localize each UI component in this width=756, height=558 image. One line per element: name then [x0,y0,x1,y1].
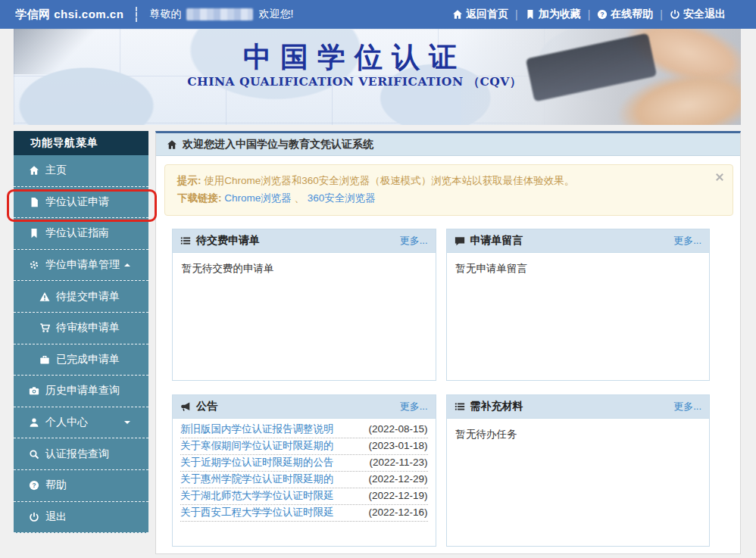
sidebar-item-verification-guide[interactable]: 学位认证指南 [14,218,148,250]
site-banner: 中国学位认证 CHINA QUALIFICATION VERIFICATION … [14,29,741,125]
announcement-row: 关于寒假期间学位认证时限延期的 (2023-01-18) [180,438,428,455]
close-icon[interactable] [714,172,725,182]
panel-pending-payment: 待交费申请单 更多... 暂无待交费的申请单 [172,229,436,381]
link-separator: 、 [295,192,305,204]
home-icon [29,165,39,176]
topbar: 学信网 chsi.com.cn 尊敬的 欢迎您! 返回首页 | 加为收藏 | ?… [0,0,756,29]
svg-text:?: ? [601,11,604,18]
panel-body: 暂无申请单留言 [447,253,710,380]
dashboard-panels: 待交费申请单 更多... 暂无待交费的申请单 申请单留言 更多... 暂无申请单… [172,229,710,547]
topbar-separator: | [660,8,663,20]
empty-message: 暂无待办任务 [456,429,517,440]
topbar-link-favorite[interactable]: 加为收藏 [525,8,581,21]
user-icon [29,417,39,428]
sidebar-item-label: 学位认证申请 [45,195,109,209]
briefcase-icon [39,354,50,365]
topbar-link-label: 在线帮助 [611,8,653,21]
welcome-bar: 欢迎您进入中国学位与教育文凭认证系统 [156,133,740,156]
chrome-download-link[interactable]: Chrome浏览器 [224,192,292,204]
sidebar-item-label: 个人中心 [45,416,88,429]
main-body: 提示: 使用Chrome浏览器和360安全浏览器（极速模式）浏览本站以获取最佳体… [156,156,740,547]
sidebar-item-application-management[interactable]: 学位申请单管理 [14,250,148,282]
topbar-separator: | [515,8,518,20]
announcement-row: 关于近期学位认证时限延期的公告 (2022-11-23) [180,455,428,472]
announcement-link[interactable]: 关于湖北师范大学学位认证时限延 [180,490,334,502]
banner-title: 中国学位认证 [14,39,695,74]
bookmark-icon [29,228,39,238]
search-icon [29,449,39,460]
topbar-link-help[interactable]: ? 在线帮助 [597,8,653,21]
more-link[interactable]: 更多... [673,234,701,248]
more-link[interactable]: 更多... [673,400,701,413]
announcement-row: 新旧版国内学位认证报告调整说明 (2022-08-15) [180,422,428,438]
announcement-row: 关于湖北师范大学学位认证时限延 (2022-12-19) [180,488,428,505]
sidebar-item-personal-center[interactable]: 个人中心 [14,407,148,439]
topbar-divider [136,7,137,22]
topbar-links: 返回首页 | 加为收藏 | ? 在线帮助 | 安全退出 [452,8,726,21]
notice-text: 使用Chrome浏览器和360安全浏览器（极速模式）浏览本站以获取最佳体验效果。 [204,175,574,186]
empty-message: 暂无待交费的申请单 [182,263,274,274]
notice-line2: 下载链接: Chrome浏览器 、 360安全浏览器 [177,190,707,207]
topbar-separator: | [588,8,591,20]
announcement-date: (2022-11-23) [369,457,427,469]
site-brand[interactable]: 学信网 chsi.com.cn [15,8,123,22]
sidebar-item-home[interactable]: 主页 [14,155,148,187]
panel-body: 暂无待交费的申请单 [173,253,436,380]
sidebar-item-label: 主页 [45,164,67,177]
sidebar-header: 功能导航菜单 [14,131,148,155]
topbar-link-logout[interactable]: 安全退出 [670,8,726,21]
topbar-link-label: 返回首页 [466,8,508,21]
sidebar-item-report-query[interactable]: 认证报告查询 [14,438,148,470]
cart-icon [39,323,50,333]
sidebar-item-help[interactable]: ? 帮助 [14,470,148,502]
sidebar-item-label: 学位认证指南 [45,226,109,240]
home-icon [167,139,177,150]
more-link[interactable]: 更多... [400,234,428,248]
panel-messages: 申请单留言 更多... 暂无申请单留言 [446,229,711,381]
notice-label: 提示: [177,175,201,186]
browser-notice: 提示: 使用Chrome浏览器和360安全浏览器（极速模式）浏览本站以获取最佳体… [164,164,733,216]
megaphone-icon [180,401,191,412]
sidebar-item-history-query[interactable]: 历史申请单查询 [14,376,148,407]
announcement-row: 关于西安工程大学学位认证时限延 (2022-12-16) [180,505,428,522]
announcement-date: (2022-12-16) [368,507,427,519]
question-circle-icon: ? [29,480,39,491]
gear-icon [29,260,39,270]
sidebar-item-exit[interactable]: 退出 [14,502,148,534]
panel-body: 暂无待办任务 [447,419,710,546]
notice-label: 下载链接: [177,192,222,204]
chevron-down-icon [122,417,133,428]
more-link[interactable]: 更多... [400,400,428,413]
home-icon [452,9,463,20]
warning-icon [39,291,50,302]
panel-title: 公告 [196,400,217,413]
power-icon [29,512,39,522]
panel-title: 待交费申请单 [196,234,260,248]
announcement-link[interactable]: 关于近期学位认证时限延期的公告 [180,457,334,469]
redacted-username [186,8,253,20]
announcement-date: (2022-08-15) [368,423,427,435]
list-icon [180,235,191,246]
topbar-link-label: 加为收藏 [539,8,581,21]
browser360-download-link[interactable]: 360安全浏览器 [308,192,376,204]
power-icon [670,9,680,20]
sidebar-item-label: 帮助 [45,479,67,492]
announcement-link[interactable]: 关于寒假期间学位认证时限延期的 [180,440,334,452]
panel-title: 需补充材料 [470,400,523,413]
chevron-up-icon [122,260,133,270]
svg-text:?: ? [32,482,36,489]
announcement-link[interactable]: 关于惠州学院学位认证时限延期的 [180,473,334,485]
sidebar-item-pending-review[interactable]: 待审核申请单 [14,313,148,344]
banner-subtitle: CHINA QUALIFICATION VERIFICATION （CQV） [14,74,695,90]
camera-icon [29,385,39,396]
announcement-link[interactable]: 新旧版国内学位认证报告调整说明 [180,423,334,435]
topbar-link-home[interactable]: 返回首页 [452,8,508,21]
greeting-prefix: 尊敬的 [149,8,181,21]
sidebar-item-pending-submit[interactable]: 待提交申请单 [14,281,148,313]
announcement-link[interactable]: 关于西安工程大学学位认证时限延 [180,507,334,519]
greeting-suffix: 欢迎您! [258,8,293,21]
sidebar-item-label: 学位申请单管理 [45,258,120,272]
user-greeting: 尊敬的 欢迎您! [149,8,293,21]
sidebar-item-completed[interactable]: 已完成申请单 [14,344,148,376]
sidebar-item-degree-verification-apply[interactable]: 学位认证申请 [14,187,148,219]
